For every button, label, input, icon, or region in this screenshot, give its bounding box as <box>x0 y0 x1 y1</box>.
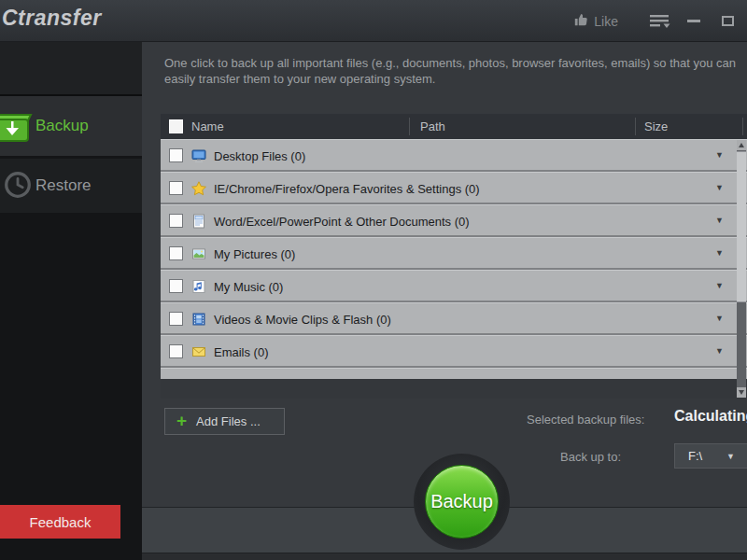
picture-icon <box>191 246 206 261</box>
plus-icon: + <box>176 412 187 429</box>
row-checkbox[interactable] <box>169 312 183 326</box>
column-divider <box>742 118 743 135</box>
sidebar-item-label: Restore <box>35 176 92 195</box>
sidebar-item-backup[interactable]: Backup <box>0 96 142 156</box>
table-row[interactable]: Videos & Movie Clips & Flash (0)▼ <box>161 302 747 335</box>
table-row[interactable]: Desktop Files (0)▼ <box>161 139 747 172</box>
desktop-icon <box>191 148 206 163</box>
row-label: My Pictures (0) <box>214 247 295 261</box>
music-icon <box>191 279 206 294</box>
backup-to-label: Back up to: <box>560 450 621 464</box>
row-checkbox[interactable] <box>169 246 183 260</box>
feedback-label: Feedback <box>30 514 92 530</box>
file-rows: Desktop Files (0)▼IE/Chrome/Firefox/Oper… <box>161 139 747 379</box>
menu-icon[interactable] <box>648 9 672 34</box>
row-label: Word/Excel/PowerPoint & Other Documents … <box>214 215 470 229</box>
row-label: IE/Chrome/Firefox/Opera Favorites & Sett… <box>214 182 480 196</box>
chevron-down-icon[interactable]: ▼ <box>715 314 724 323</box>
column-header-size[interactable]: Size <box>644 119 668 133</box>
table-row[interactable]: Emails (0)▼ <box>161 335 747 368</box>
add-files-button[interactable]: + Add Files ... <box>164 408 285 435</box>
row-checkbox[interactable] <box>169 148 183 162</box>
scroll-up-icon[interactable] <box>737 140 746 150</box>
app-window: Ctransfer Like <box>0 0 747 560</box>
row-checkbox[interactable] <box>169 344 183 358</box>
star-icon <box>191 181 206 196</box>
like-button[interactable]: Like <box>573 12 618 30</box>
row-label: Desktop Files (0) <box>214 149 305 163</box>
description-text: One click to back up all important files… <box>164 55 740 87</box>
like-label: Like <box>594 14 618 29</box>
sidebar-item-restore[interactable]: Restore <box>0 159 142 213</box>
document-icon <box>191 214 206 229</box>
row-checkbox[interactable] <box>169 181 183 195</box>
email-icon <box>191 344 206 359</box>
chevron-down-icon[interactable]: ▼ <box>715 346 724 356</box>
app-title: Ctransfer <box>2 6 102 31</box>
selected-files-label: Selected backup files: <box>527 413 644 427</box>
row-checkbox[interactable] <box>169 214 183 228</box>
select-all-checkbox[interactable] <box>169 119 183 133</box>
vertical-scrollbar[interactable] <box>737 140 746 398</box>
table-row[interactable]: My Music (0)▼ <box>161 270 747 302</box>
backup-button-bezel: Backup <box>414 454 510 550</box>
column-divider <box>635 118 636 135</box>
table-header: Name Path Size <box>161 114 747 139</box>
table-row[interactable]: My Pictures (0)▼ <box>161 237 747 270</box>
minimize-icon[interactable] <box>682 9 706 34</box>
main-panel: One click to back up all important files… <box>142 42 747 560</box>
restore-clock-icon <box>2 169 34 204</box>
backup-destination-value: F:\ <box>688 449 702 463</box>
column-header-path[interactable]: Path <box>420 119 445 133</box>
maximize-icon[interactable] <box>715 9 740 34</box>
chevron-down-icon[interactable]: ▼ <box>715 183 724 192</box>
sidebar-top-spacer <box>0 42 142 96</box>
table-row-partial[interactable] <box>161 368 747 379</box>
row-label: Videos & Movie Clips & Flash (0) <box>214 313 391 327</box>
chevron-down-icon[interactable]: ▼ <box>715 248 724 258</box>
table-row[interactable]: IE/Chrome/Firefox/Opera Favorites & Sett… <box>161 172 747 204</box>
sidebar-item-label: Backup <box>35 117 89 135</box>
scroll-down-icon[interactable] <box>737 387 746 398</box>
backup-table: Name Path Size Desktop Files (0)▼IE/Chro… <box>161 114 747 399</box>
table-row[interactable]: Word/Excel/PowerPoint & Other Documents … <box>161 204 747 237</box>
video-icon <box>191 312 206 327</box>
backup-box-icon <box>0 107 34 148</box>
backup-destination-dropdown[interactable]: F:\ ▼ <box>674 443 747 469</box>
add-files-label: Add Files ... <box>196 414 261 428</box>
sidebar: Backup Restore Feedback <box>0 42 142 560</box>
chevron-down-icon[interactable]: ▼ <box>715 216 724 225</box>
chevron-down-icon[interactable]: ▼ <box>715 150 724 160</box>
backup-button-label: Backup <box>430 491 493 512</box>
feedback-button[interactable]: Feedback <box>0 505 120 539</box>
titlebar: Ctransfer Like <box>0 0 747 42</box>
backup-button[interactable]: Backup <box>425 465 499 539</box>
titlebar-controls: Like <box>573 0 740 42</box>
row-checkbox[interactable] <box>169 279 183 293</box>
file-list: Desktop Files (0)▼IE/Chrome/Firefox/Oper… <box>161 139 747 399</box>
thumbs-up-icon <box>573 12 588 30</box>
bottom-strip <box>142 553 747 560</box>
row-label: My Music (0) <box>214 280 283 294</box>
column-divider <box>409 118 410 135</box>
column-header-name[interactable]: Name <box>191 119 224 133</box>
chevron-down-icon[interactable]: ▼ <box>715 281 724 290</box>
scrollbar-thumb[interactable] <box>737 151 746 302</box>
row-label: Emails (0) <box>214 345 269 359</box>
chevron-down-icon: ▼ <box>726 452 735 461</box>
selected-files-value: Calculating ... <box>674 408 747 425</box>
